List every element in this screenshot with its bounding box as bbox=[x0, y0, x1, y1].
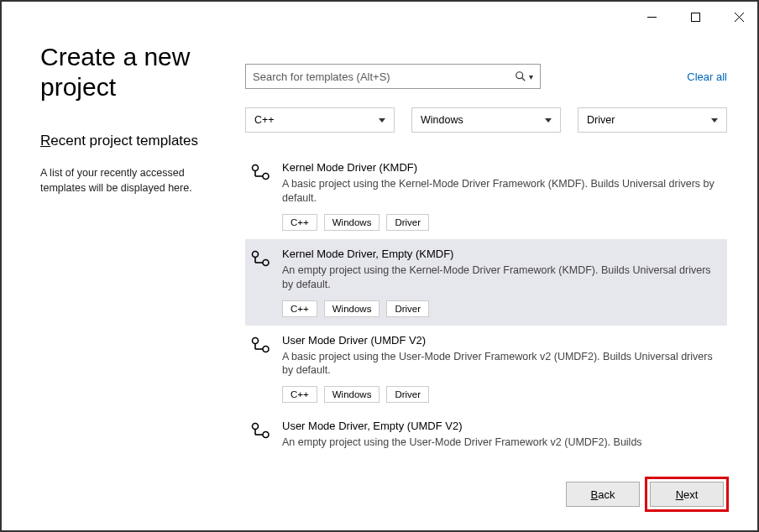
driver-icon bbox=[250, 249, 272, 271]
page-title: Create a new project bbox=[40, 42, 225, 102]
template-item[interactable]: Kernel Mode Driver (KMDF) A basic projec… bbox=[245, 153, 727, 239]
tag-cpp: C++ bbox=[282, 386, 317, 403]
search-placeholder: Search for templates (Alt+S) bbox=[253, 70, 390, 83]
chevron-down-icon bbox=[379, 118, 385, 123]
svg-point-13 bbox=[263, 259, 269, 265]
recent-templates-description: A list of your recently accessed templat… bbox=[40, 166, 225, 196]
template-name: Kernel Mode Driver (KMDF) bbox=[282, 161, 717, 174]
template-name: User Mode Driver (UMDF V2) bbox=[282, 334, 717, 347]
right-column: Search for templates (Alt+S) ▾ Clear all… bbox=[245, 42, 727, 451]
filter-language-label: C++ bbox=[254, 114, 275, 126]
search-input[interactable]: Search for templates (Alt+S) ▾ bbox=[245, 64, 541, 89]
template-description: An empty project using the User-Mode Dri… bbox=[282, 436, 717, 450]
template-name: Kernel Mode Driver, Empty (KMDF) bbox=[282, 248, 717, 260]
minimize-button[interactable] bbox=[640, 5, 663, 29]
tag-driver: Driver bbox=[386, 300, 429, 317]
tag-windows: Windows bbox=[324, 214, 380, 231]
template-item[interactable]: User Mode Driver, Empty (UMDF V2) An emp… bbox=[245, 411, 727, 451]
template-tags: C++ Windows Driver bbox=[282, 214, 717, 231]
svg-point-10 bbox=[253, 251, 259, 257]
filter-language[interactable]: C++ bbox=[245, 107, 395, 133]
tag-windows: Windows bbox=[324, 386, 380, 403]
titlebar bbox=[2, 2, 757, 32]
recent-templates-heading: Recent project templates bbox=[40, 133, 225, 149]
template-name: User Mode Driver, Empty (UMDF V2) bbox=[282, 420, 717, 432]
svg-point-21 bbox=[263, 432, 269, 438]
template-description: A basic project using the User-Mode Driv… bbox=[282, 350, 717, 378]
search-icon[interactable]: ▾ bbox=[515, 70, 533, 82]
template-description: A basic project using the Kernel-Mode Dr… bbox=[282, 177, 717, 206]
tag-cpp: C++ bbox=[282, 214, 317, 231]
svg-point-9 bbox=[263, 174, 269, 180]
next-button[interactable]: Next bbox=[650, 482, 724, 507]
template-tags: C++ Windows Driver bbox=[282, 300, 717, 317]
chevron-down-icon bbox=[711, 118, 718, 123]
filter-project-type[interactable]: Driver bbox=[578, 107, 727, 133]
template-description: An empty project using the Kernel-Mode D… bbox=[282, 263, 717, 292]
svg-point-4 bbox=[516, 72, 523, 79]
filter-platform[interactable]: Windows bbox=[411, 107, 561, 133]
svg-line-5 bbox=[522, 78, 526, 81]
svg-point-17 bbox=[263, 346, 269, 352]
driver-icon bbox=[250, 163, 272, 185]
close-button[interactable] bbox=[727, 5, 751, 29]
driver-icon bbox=[250, 336, 272, 357]
svg-point-6 bbox=[253, 165, 259, 171]
template-tags: C++ Windows Driver bbox=[282, 386, 717, 403]
svg-point-18 bbox=[253, 424, 259, 430]
tag-cpp: C++ bbox=[282, 300, 317, 317]
filter-project-type-label: Driver bbox=[587, 114, 615, 126]
filter-platform-label: Windows bbox=[421, 114, 463, 126]
template-list: Kernel Mode Driver (KMDF) A basic projec… bbox=[245, 153, 727, 451]
clear-all-link[interactable]: Clear all bbox=[687, 70, 727, 83]
chevron-down-icon bbox=[545, 118, 552, 123]
tag-driver: Driver bbox=[386, 214, 429, 231]
svg-point-14 bbox=[253, 337, 259, 343]
left-column: Create a new project Recent project temp… bbox=[40, 42, 245, 451]
back-button[interactable]: Back bbox=[566, 482, 640, 507]
tag-driver: Driver bbox=[386, 386, 429, 403]
driver-icon bbox=[250, 421, 272, 443]
svg-rect-1 bbox=[691, 13, 699, 21]
tag-windows: Windows bbox=[324, 300, 380, 317]
maximize-button[interactable] bbox=[683, 5, 707, 29]
template-item[interactable]: User Mode Driver (UMDF V2) A basic proje… bbox=[245, 326, 727, 412]
template-item[interactable]: Kernel Mode Driver, Empty (KMDF) An empt… bbox=[245, 239, 727, 326]
